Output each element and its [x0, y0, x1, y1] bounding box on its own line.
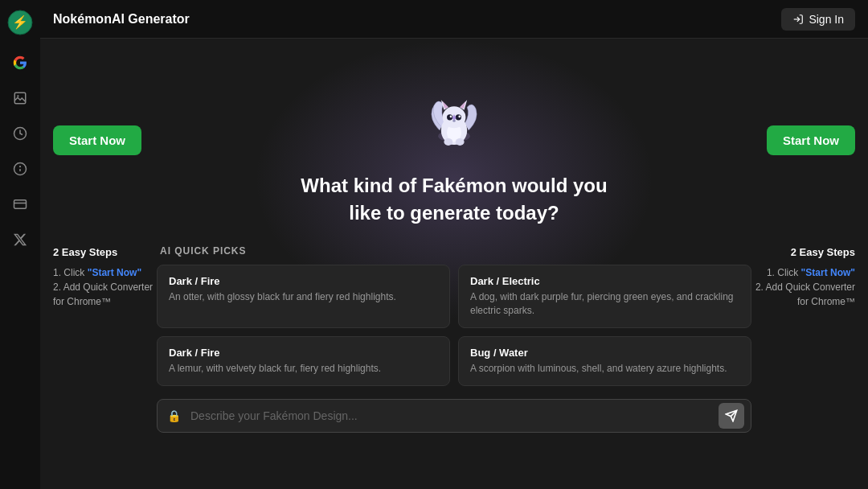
- content-area: Start Now Start Now 2 Easy Steps 1. Clic…: [40, 39, 868, 489]
- svg-point-3: [17, 95, 18, 97]
- center-content: What kind of Fakémon would you like to g…: [157, 87, 751, 433]
- svg-point-24: [444, 138, 452, 146]
- svg-point-20: [456, 114, 461, 120]
- quick-picks-section: AI QUICK PICKS Dark / Fire An otter, wit…: [157, 245, 751, 398]
- pick-desc-0: An otter, with glossy black fur and fier…: [169, 290, 438, 304]
- pick-desc-3: A scorpion with luminous, shell, and wat…: [470, 362, 739, 376]
- pick-type-1: Dark / Electric: [470, 275, 739, 287]
- steps-right: 2 Easy Steps 1. Click "Start Now" 2. Add…: [751, 244, 855, 309]
- sign-in-icon: [792, 14, 804, 25]
- steps-left-step2: 2. Add Quick Converter for Chrome™: [53, 280, 158, 309]
- steps-left: 2 Easy Steps 1. Click "Start Now" 2. Add…: [53, 244, 158, 309]
- card-icon[interactable]: [9, 193, 31, 216]
- input-area: 🔒: [157, 399, 751, 433]
- svg-point-19: [447, 114, 452, 120]
- pick-desc-1: A dog, with dark purple fur, piercing gr…: [470, 290, 739, 318]
- svg-point-22: [458, 116, 461, 118]
- twitter-icon[interactable]: [9, 228, 31, 251]
- steps-right-step2: 2. Add Quick Converter for Chrome™: [751, 280, 855, 309]
- pick-type-2: Dark / Fire: [169, 347, 438, 359]
- svg-rect-8: [14, 200, 27, 209]
- lock-icon: 🔒: [167, 409, 181, 422]
- image-icon[interactable]: [9, 87, 31, 109]
- input-wrapper: 🔒: [157, 399, 751, 433]
- sign-in-button[interactable]: Sign In: [781, 8, 855, 31]
- main-content: NokémonAI Generator Sign In Start Now St…: [40, 0, 868, 489]
- pick-card-3[interactable]: Bug / Water A scorpion with luminous, sh…: [458, 336, 751, 386]
- quick-picks-title: AI QUICK PICKS: [157, 245, 751, 257]
- info-icon[interactable]: [9, 158, 31, 180]
- app-logo[interactable]: ⚡: [7, 10, 33, 35]
- steps-left-title: 2 Easy Steps: [53, 244, 158, 261]
- google-icon[interactable]: [9, 51, 31, 74]
- sidebar: ⚡: [0, 0, 40, 489]
- send-icon: [725, 409, 738, 422]
- pokemon-image: [418, 87, 490, 162]
- pick-type-0: Dark / Fire: [169, 275, 438, 287]
- pick-card-1[interactable]: Dark / Electric A dog, with dark purple …: [458, 265, 751, 328]
- start-now-left-button[interactable]: Start Now: [53, 125, 141, 155]
- topbar: NokémonAI Generator Sign In: [40, 0, 868, 39]
- main-heading: What kind of Fakémon would you like to g…: [301, 172, 607, 226]
- picks-grid: Dark / Fire An otter, with glossy black …: [157, 265, 751, 385]
- svg-point-21: [450, 116, 452, 118]
- steps-right-step1: 1. Click "Start Now": [751, 265, 855, 280]
- start-now-right-button[interactable]: Start Now: [767, 125, 855, 155]
- history-icon[interactable]: [9, 122, 31, 145]
- pick-card-0[interactable]: Dark / Fire An otter, with glossy black …: [157, 265, 450, 328]
- steps-left-step1: 1. Click "Start Now": [53, 265, 158, 280]
- pick-desc-2: A lemur, with velvety black fur, fiery r…: [169, 362, 438, 376]
- send-button[interactable]: [719, 403, 744, 429]
- design-input[interactable]: [187, 403, 712, 429]
- pick-type-3: Bug / Water: [470, 347, 739, 359]
- pick-card-2[interactable]: Dark / Fire A lemur, with velvety black …: [157, 336, 450, 386]
- svg-point-25: [456, 138, 465, 146]
- app-title: NokémonAI Generator: [53, 12, 190, 27]
- steps-right-title: 2 Easy Steps: [751, 244, 855, 261]
- svg-text:⚡: ⚡: [12, 14, 28, 30]
